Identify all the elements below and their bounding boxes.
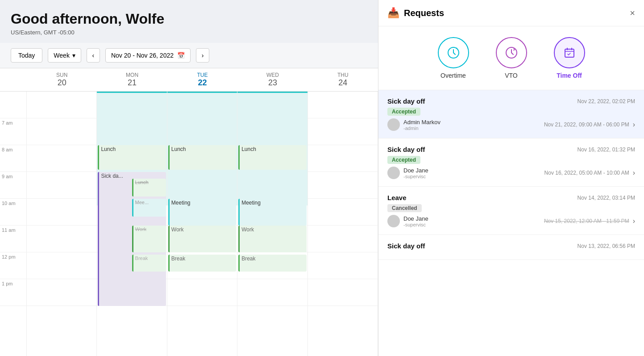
request-3-chevron: › xyxy=(633,217,635,225)
chevron-down-icon: ▾ xyxy=(72,52,75,59)
time-9am: 9 am xyxy=(0,172,26,199)
inbox-icon: 📥 xyxy=(387,7,399,19)
toolbar: Today Week ▾ ‹ Nov 20 - Nov 26, 2022 📅 › xyxy=(0,43,378,68)
close-button[interactable]: × xyxy=(630,8,635,18)
today-button[interactable]: Today xyxy=(11,48,42,63)
request-item-1[interactable]: Sick day off Nov 22, 2022, 02:02 PM Acce… xyxy=(378,90,644,138)
calendar-area: Sun 20 Mon 21 Tue 22 Wed 23 Thu 24 xyxy=(0,68,378,356)
request-2-date: Nov 16, 2022, 01:32 PM xyxy=(578,147,635,153)
request-2-badge: Accepted xyxy=(387,156,420,164)
prev-button[interactable]: ‹ xyxy=(87,48,100,63)
request-3-type: Leave xyxy=(387,194,407,201)
date-range-text: Nov 20 - Nov 26, 2022 xyxy=(111,52,174,59)
left-panel: Good afternoon, Wolfe US/Eastern, GMT -0… xyxy=(0,0,378,356)
greeting-section: Good afternoon, Wolfe US/Eastern, GMT -0… xyxy=(0,0,378,43)
svg-rect-3 xyxy=(565,49,574,57)
request-item-3[interactable]: Leave Nov 14, 2022, 03:14 PM Cancelled D… xyxy=(378,187,644,235)
tue-lunch[interactable]: Lunch xyxy=(168,145,236,170)
vto-icon xyxy=(496,37,527,68)
request-item-2[interactable]: Sick day off Nov 16, 2022, 01:32 PM Acce… xyxy=(378,138,644,187)
request-2-chevron: › xyxy=(633,169,635,177)
request-2-person: Doe Jane -supervisc xyxy=(387,167,428,179)
person-2-name: Doe Jane xyxy=(403,167,428,174)
time-7am: 7 am xyxy=(0,118,26,145)
overtime-label: Overtime xyxy=(440,72,466,79)
request-4-type: Sick day off xyxy=(387,242,425,250)
person-3-role: -supervisc xyxy=(403,222,428,227)
request-3-time: Nov 15, 2022, 12:00 AM - 11:59 PM xyxy=(544,218,629,224)
request-1-chevron: › xyxy=(633,121,635,129)
req-type-vto[interactable]: VTO xyxy=(496,37,527,79)
right-panel: 📥 Requests × + Overtime xyxy=(378,0,644,356)
wed-break[interactable]: Break xyxy=(238,255,306,272)
tue-meeting[interactable]: Meeting xyxy=(168,199,236,226)
time-off-label: Time Off xyxy=(557,72,582,79)
request-3-person: Doe Jane -supervisc xyxy=(387,215,428,227)
svg-text:+: + xyxy=(456,46,458,50)
time-11am: 11 am xyxy=(0,226,26,252)
time-1pm: 1 pm xyxy=(0,279,26,306)
days-grid: Lunch Sick da... Lunch Mee... Work Break xyxy=(27,92,378,356)
avatar-2 xyxy=(387,167,400,179)
week-label: Week xyxy=(54,52,70,59)
mon-meeting[interactable]: Mee... xyxy=(132,199,166,217)
person-3-name: Doe Jane xyxy=(403,215,428,222)
mon-work[interactable]: Work xyxy=(132,226,166,252)
day-header-sun: Sun 20 xyxy=(27,68,97,91)
mon-lunch2[interactable]: Lunch xyxy=(132,179,166,197)
request-1-badge: Accepted xyxy=(387,108,420,116)
requests-list: Sick day off Nov 22, 2022, 02:02 PM Acce… xyxy=(378,90,644,356)
week-selector[interactable]: Week ▾ xyxy=(48,48,81,63)
request-types: + Overtime VTO xyxy=(378,26,644,90)
date-range: Nov 20 - Nov 26, 2022 📅 xyxy=(105,48,191,63)
day-header-wed: Wed 23 xyxy=(237,68,307,91)
time-gutter: 7 am 8 am 9 am 10 am 11 am 12 pm 1 pm xyxy=(0,92,27,356)
wed-work[interactable]: Work xyxy=(238,226,306,252)
day-col-wed: Lunch Meeting Work Break xyxy=(237,92,307,356)
req-type-time-off[interactable]: Time Off xyxy=(554,37,585,79)
time-10am: 10 am xyxy=(0,199,26,226)
person-2-role: -supervisc xyxy=(403,174,428,179)
avatar-3 xyxy=(387,215,400,227)
mon-lunch[interactable]: Lunch xyxy=(98,145,166,170)
request-2-time: Nov 16, 2022, 05:00 AM - 10:00 AM xyxy=(544,170,629,176)
request-4-date: Nov 13, 2022, 06:56 PM xyxy=(578,243,635,249)
request-1-person: Admin Markov -admin xyxy=(387,118,440,131)
request-3-badge: Cancelled xyxy=(387,204,422,212)
requests-title: 📥 Requests xyxy=(387,7,444,19)
vto-label: VTO xyxy=(505,72,518,79)
next-button[interactable]: › xyxy=(196,48,209,63)
tue-work[interactable]: Work xyxy=(168,226,236,252)
day-col-thu xyxy=(308,92,378,356)
day-headers: Sun 20 Mon 21 Tue 22 Wed 23 Thu 24 xyxy=(0,68,378,92)
time-off-icon xyxy=(554,37,585,68)
overtime-icon: + xyxy=(438,37,469,68)
request-3-date: Nov 14, 2022, 03:14 PM xyxy=(578,195,635,201)
day-col-sun xyxy=(27,92,97,356)
person-1-role: -admin xyxy=(403,126,440,131)
calendar-icon[interactable]: 📅 xyxy=(177,52,185,59)
requests-header: 📥 Requests × xyxy=(378,0,644,26)
day-header-mon: Mon 21 xyxy=(97,68,167,91)
day-col-mon: Lunch Sick da... Lunch Mee... Work Break xyxy=(97,92,167,356)
wed-meeting[interactable]: Meeting xyxy=(238,199,306,226)
day-header-thu: Thu 24 xyxy=(308,68,378,91)
calendar-body: 7 am 8 am 9 am 10 am 11 am 12 pm 1 pm xyxy=(0,92,378,356)
req-type-overtime[interactable]: + Overtime xyxy=(438,37,469,79)
greeting-title: Good afternoon, Wolfe xyxy=(11,11,367,27)
tue-break[interactable]: Break xyxy=(168,255,236,272)
person-1-name: Admin Markov xyxy=(403,119,440,126)
request-1-type: Sick day off xyxy=(387,97,425,105)
day-col-tue: Lunch Meeting Work Break xyxy=(167,92,237,356)
request-1-date: Nov 22, 2022, 02:02 PM xyxy=(578,98,635,105)
time-8am: 8 am xyxy=(0,145,26,172)
request-2-type: Sick day off xyxy=(387,146,425,153)
mon-break[interactable]: Break xyxy=(132,255,166,272)
request-item-4[interactable]: Sick day off Nov 13, 2022, 06:56 PM xyxy=(378,235,644,260)
request-1-time: Nov 21, 2022, 09:00 AM - 06:00 PM xyxy=(544,121,629,128)
day-header-tue: Tue 22 xyxy=(167,68,237,91)
timezone: US/Eastern, GMT -05:00 xyxy=(11,29,367,36)
avatar-1 xyxy=(387,118,400,131)
time-12pm: 12 pm xyxy=(0,252,26,279)
wed-lunch[interactable]: Lunch xyxy=(238,145,306,170)
